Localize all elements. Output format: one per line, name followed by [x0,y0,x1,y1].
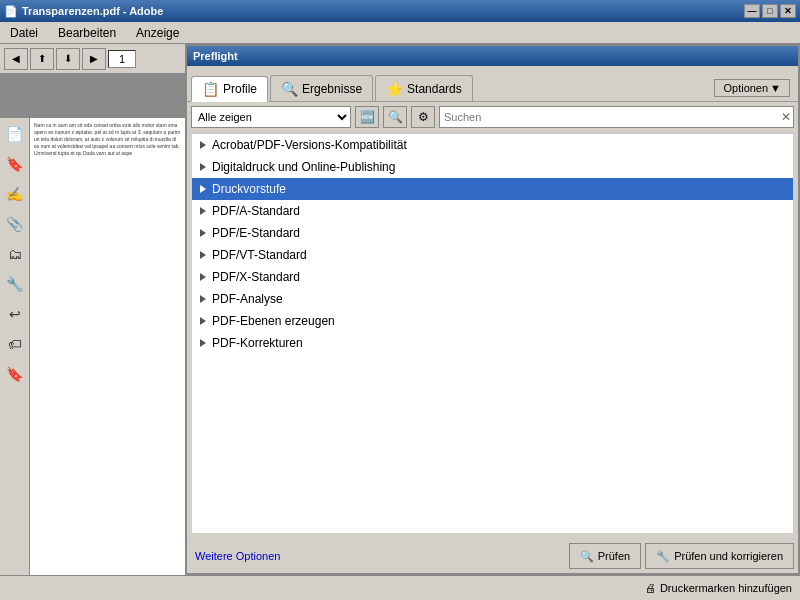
filter-select[interactable]: Alle zeigen [191,106,351,128]
sidebar-signatures-icon[interactable]: ✍ [3,182,27,206]
sidebar-tag-icon[interactable]: 🔖 [3,362,27,386]
list-item[interactable]: PDF/X-Standard [192,266,793,288]
app-icon: 📄 [4,5,18,18]
list-item[interactable]: PDF-Korrekturen [192,332,793,354]
prufen-icon: 🔍 [580,550,594,563]
tab-profile[interactable]: 📋 Profile [191,76,268,102]
doc-content: Nam ca in aum am sit oda consel ortba vo… [34,122,180,156]
document-page: Nam ca in aum am sit oda consel ortba vo… [30,118,185,575]
tab-profile-label: Profile [223,82,257,96]
list-item-arrow-icon [200,317,206,325]
title-bar: 📄 Transparenzen.pdf - Adobe — □ ✕ [0,0,800,22]
list-item-label: Acrobat/PDF-Versions-Kompatibilität [212,138,407,152]
tab-profile-icon: 📋 [202,81,219,97]
tab-ergebnisse-label: Ergebnisse [302,82,362,96]
sidebar-pages-icon[interactable]: 📄 [3,122,27,146]
prufen-korr-icon: 🔧 [656,550,670,563]
title-bar-left: 📄 Transparenzen.pdf - Adobe [4,5,163,18]
tab-ergebnisse[interactable]: 🔍 Ergebnisse [270,75,373,101]
list-item-label: PDF-Ebenen erzeugen [212,314,335,328]
sidebar-icons: 📄 🔖 ✍ 📎 🗂 🔧 ↩ 🏷 🔖 [0,118,30,575]
menu-bearbeiten[interactable]: Bearbeiten [52,24,122,42]
list-item-label: PDF-Korrekturen [212,336,303,350]
weitere-optionen-label: Weitere Optionen [195,550,280,562]
filter-row: Alle zeigen 🆕 🔍 ⚙ ✕ [187,102,798,133]
close-button[interactable]: ✕ [780,4,796,18]
new-profile-icon: 🆕 [360,110,375,124]
list-item-arrow-icon [200,185,206,193]
list-item[interactable]: PDF-Ebenen erzeugen [192,310,793,332]
status-bar: 🖨 Druckermarken hinzufügen [0,575,800,600]
import-profile-button[interactable]: ⚙ [411,106,435,128]
search-box: ✕ [439,106,794,128]
prufen-korr-label: Prüfen und korrigieren [674,550,783,562]
list-item-label: PDF/VT-Standard [212,248,307,262]
prufen-button[interactable]: 🔍 Prüfen [569,543,641,569]
list-item-arrow-icon [200,339,206,347]
edit-profile-icon: 🔍 [388,110,403,124]
list-item-arrow-icon [200,163,206,171]
prufen-label: Prüfen [598,550,630,562]
sidebar-stamp-icon[interactable]: 🏷 [3,332,27,356]
list-item[interactable]: Acrobat/PDF-Versions-Kompatibilität [192,134,793,156]
nav-last-btn[interactable]: ⬇ [56,48,80,70]
nav-prev-page-btn[interactable]: ◀ [4,48,28,70]
preflight-panel: Preflight 📋 Profile 🔍 Ergebnisse ⭐ Stand… [185,44,800,575]
list-item[interactable]: PDF-Analyse [192,288,793,310]
list-item-arrow-icon [200,295,206,303]
options-button[interactable]: Optionen ▼ [714,79,790,97]
list-item-label: PDF-Analyse [212,292,283,306]
list-item-arrow-icon [200,141,206,149]
drucker-button[interactable]: 🖨 Druckermarken hinzufügen [645,582,792,594]
nav-first-btn[interactable]: ⬆ [30,48,54,70]
sidebar-layers-icon[interactable]: 🗂 [3,242,27,266]
list-item[interactable]: PDF/E-Standard [192,222,793,244]
tab-standards-label: Standards [407,82,462,96]
sidebar-bookmarks-icon[interactable]: 🔖 [3,152,27,176]
page-number-input[interactable] [108,50,136,68]
list-item[interactable]: Digitaldruck und Online-Publishing [192,156,793,178]
tabs-row: 📋 Profile 🔍 Ergebnisse ⭐ Standards Optio… [187,66,798,102]
menu-bar: Datei Bearbeiten Anzeige [0,22,800,44]
prufen-und-korrigieren-button[interactable]: 🔧 Prüfen und korrigieren [645,543,794,569]
menu-anzeige[interactable]: Anzeige [130,24,185,42]
list-item-label: PDF/E-Standard [212,226,300,240]
drucker-label: Druckermarken hinzufügen [660,582,792,594]
weitere-optionen-link[interactable]: Weitere Optionen [195,550,280,562]
list-item-arrow-icon [200,207,206,215]
list-item-arrow-icon [200,273,206,281]
document-area: ◀ ⬆ ⬇ ▶ 📄 🔖 ✍ 📎 🗂 🔧 ↩ 🏷 🔖 Nam ca in aum … [0,44,185,575]
tab-standards[interactable]: ⭐ Standards [375,75,473,101]
sidebar-attachment-icon[interactable]: 📎 [3,212,27,236]
list-item-label: PDF/A-Standard [212,204,300,218]
list-area: Acrobat/PDF-Versions-KompatibilitätDigit… [191,133,794,534]
title-bar-controls: — □ ✕ [744,4,796,18]
preflight-title-text: Preflight [193,50,238,62]
search-clear-button[interactable]: ✕ [781,110,791,124]
search-input[interactable] [444,111,789,123]
nav-next-page-btn[interactable]: ▶ [82,48,106,70]
list-item-label: Digitaldruck und Online-Publishing [212,160,395,174]
list-item-arrow-icon [200,229,206,237]
list-item[interactable]: PDF/VT-Standard [192,244,793,266]
tab-ergebnisse-icon: 🔍 [281,81,298,97]
sidebar-undo-icon[interactable]: ↩ [3,302,27,326]
maximize-button[interactable]: □ [762,4,778,18]
import-profile-icon: ⚙ [418,110,429,124]
bottom-row: Weitere Optionen 🔍 Prüfen 🔧 Prüfen und k… [187,538,798,573]
list-item-label: PDF/X-Standard [212,270,300,284]
list-item[interactable]: Druckvorstufe [192,178,793,200]
list-item-arrow-icon [200,251,206,259]
window-title: Transparenzen.pdf - Adobe [22,5,163,17]
drucker-icon: 🖨 [645,582,656,594]
menu-datei[interactable]: Datei [4,24,44,42]
list-item[interactable]: PDF/A-Standard [192,200,793,222]
preflight-title: Preflight [187,46,798,66]
edit-profile-button[interactable]: 🔍 [383,106,407,128]
sidebar-model-icon[interactable]: 🔧 [3,272,27,296]
list-item-label: Druckvorstufe [212,182,286,196]
minimize-button[interactable]: — [744,4,760,18]
new-profile-button[interactable]: 🆕 [355,106,379,128]
doc-toolbar: ◀ ⬆ ⬇ ▶ [0,44,185,74]
options-label: Optionen [723,82,768,94]
